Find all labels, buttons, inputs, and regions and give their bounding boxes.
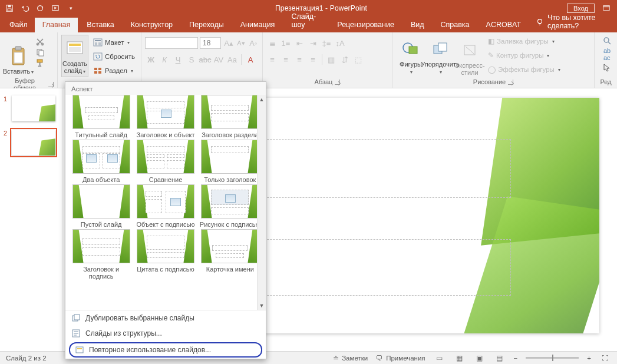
increase-font-icon[interactable]: A▴ — [223, 37, 235, 49]
thumbnail-2[interactable]: 2 — [0, 127, 62, 161]
tell-me-search[interactable]: Что вы хотите сделать? — [530, 11, 613, 32]
tab-animations[interactable]: Анимация — [233, 18, 283, 32]
font-name-input[interactable] — [145, 37, 198, 49]
indent-inc-button[interactable]: ⇥ — [307, 37, 319, 49]
find-icon[interactable] — [600, 35, 613, 47]
tab-review[interactable]: Рецензирование — [329, 18, 402, 32]
underline-button[interactable]: Ч — [172, 54, 184, 65]
layout-section-header[interactable]: Заголовок раздела — [199, 95, 261, 138]
slides-from-outline[interactable]: Слайды из структуры... — [65, 326, 266, 341]
arrange-button[interactable]: Упорядочить▾ — [425, 35, 455, 77]
columns-button[interactable]: ▥ — [325, 54, 337, 65]
bold-button[interactable]: Ж — [145, 54, 157, 65]
font-size-input[interactable] — [200, 37, 221, 49]
layout-content-caption[interactable]: Объект с подписью — [134, 184, 196, 228]
undo-icon[interactable] — [20, 4, 29, 13]
tab-slideshow[interactable]: Слайд-шоу — [283, 9, 328, 32]
layout-comparison[interactable]: Сравнение — [134, 140, 196, 183]
sorter-view-icon[interactable]: ▦ — [454, 353, 466, 363]
clear-format-icon[interactable]: A◦ — [248, 37, 259, 49]
align-center-button[interactable]: ≡ — [280, 54, 292, 65]
start-from-beginning-icon[interactable] — [51, 4, 60, 13]
align-left-button[interactable]: ≡ — [266, 54, 278, 65]
svg-rect-21 — [95, 42, 97, 45]
bullets-button[interactable]: ≣ — [266, 37, 278, 49]
zoom-slider[interactable] — [526, 357, 579, 359]
tab-design[interactable]: Конструктор — [123, 18, 180, 32]
shape-fill-button[interactable]: ◧Заливка фигуры▾ — [488, 35, 560, 48]
justify-button[interactable]: ≡ — [307, 54, 319, 65]
slide-thumbnails[interactable]: 1 2 — [0, 88, 63, 351]
copy-icon[interactable] — [35, 48, 45, 57]
paragraph-launcher[interactable] — [335, 80, 340, 85]
tab-file[interactable]: Файл — [4, 18, 34, 32]
replace-icon[interactable]: abac — [600, 48, 613, 60]
gallery-scrollbar[interactable]: ▲ ▼ — [257, 95, 266, 310]
shadow-button[interactable]: S — [186, 54, 197, 65]
layout-title-content[interactable]: Заголовок и объект — [134, 95, 196, 138]
tab-home[interactable]: Главная — [35, 18, 78, 32]
section-button[interactable]: Раздел▾ — [91, 64, 137, 77]
format-painter-icon[interactable] — [35, 58, 45, 68]
italic-button[interactable]: К — [159, 54, 170, 65]
layout-quote-caption[interactable]: Цитата с подписью — [134, 229, 196, 280]
shape-outline-button[interactable]: ✎Контур фигуры▾ — [488, 49, 560, 62]
svg-rect-31 — [438, 43, 447, 51]
scroll-down-icon[interactable]: ▼ — [258, 301, 266, 310]
layout-two-content[interactable]: Два объекта — [70, 140, 132, 183]
save-icon[interactable] — [5, 4, 14, 13]
layout-blank[interactable]: Пустой слайд — [70, 184, 132, 228]
align-text-button[interactable]: ⇵ — [339, 54, 351, 65]
tab-insert[interactable]: Вставка — [79, 18, 121, 32]
layout-title-caption[interactable]: Заголовок и подпись — [70, 229, 132, 280]
comments-button[interactable]: 🗨Примечания — [376, 355, 425, 362]
line-spacing-button[interactable]: ‡≡ — [321, 37, 332, 49]
paste-button[interactable]: Вставить▾ — [4, 35, 33, 77]
ribbon-display-options-icon[interactable] — [602, 4, 611, 13]
zoom-in-button[interactable]: + — [587, 355, 591, 362]
tab-acrobat[interactable]: ACROBAT — [479, 18, 529, 32]
cut-icon[interactable] — [35, 37, 45, 47]
reset-icon — [93, 52, 103, 61]
font-color-button[interactable]: A — [245, 54, 256, 65]
zoom-out-button[interactable]: − — [514, 355, 518, 362]
tab-transitions[interactable]: Переходы — [182, 18, 232, 32]
svg-rect-29 — [409, 47, 417, 54]
tab-view[interactable]: Вид — [403, 18, 432, 32]
redo-icon[interactable] — [35, 4, 45, 13]
clipboard-launcher[interactable] — [48, 82, 54, 87]
tab-help[interactable]: Справка — [433, 18, 477, 32]
layout-title-slide[interactable]: Титульный слайд — [70, 95, 132, 138]
shape-effects-button[interactable]: ◯Эффекты фигуры▾ — [488, 63, 560, 76]
layout-title-only[interactable]: Только заголовок — [199, 140, 261, 183]
select-icon[interactable] — [600, 62, 613, 74]
align-right-button[interactable]: ≡ — [293, 54, 305, 65]
qat-customize-icon[interactable]: ▾ — [66, 4, 75, 13]
svg-rect-18 — [69, 47, 81, 52]
slideshow-view-icon[interactable]: ▤ — [494, 353, 506, 363]
smartart-button[interactable]: ⬚ — [352, 54, 364, 65]
duplicate-slides[interactable]: Дублировать выбранные слайды — [65, 310, 266, 326]
strike-button[interactable]: abc — [199, 54, 211, 65]
shapes-icon — [402, 38, 420, 59]
quick-styles-button[interactable]: Экспресс- стили — [455, 35, 484, 77]
case-button[interactable]: Aa — [226, 54, 238, 65]
reuse-slides[interactable]: Повторное использование слайдов... — [69, 342, 262, 358]
drawing-launcher[interactable] — [508, 80, 513, 85]
fit-window-icon[interactable]: ⛶ — [599, 353, 611, 363]
spacing-button[interactable]: AV — [213, 54, 225, 65]
layout-button[interactable]: Макет▾ — [91, 36, 137, 49]
layout-name-card[interactable]: Карточка имени — [199, 229, 261, 280]
notes-button[interactable]: ≐Заметки — [333, 354, 368, 362]
numbering-button[interactable]: 1≡ — [280, 37, 292, 49]
indent-dec-button[interactable]: ⇤ — [293, 37, 305, 49]
reading-view-icon[interactable]: ▣ — [474, 353, 486, 363]
text-direction-button[interactable]: ↕A — [334, 37, 346, 49]
reset-button[interactable]: Сбросить — [91, 50, 137, 63]
thumbnail-1[interactable]: 1 — [0, 93, 62, 127]
layout-picture-caption[interactable]: Рисунок с подписью — [199, 184, 261, 228]
normal-view-icon[interactable]: ▭ — [434, 353, 446, 363]
new-slide-button[interactable]: Создатьслайд▾ — [61, 35, 88, 77]
scroll-up-icon[interactable]: ▲ — [258, 95, 266, 104]
decrease-font-icon[interactable]: A▾ — [236, 37, 246, 49]
